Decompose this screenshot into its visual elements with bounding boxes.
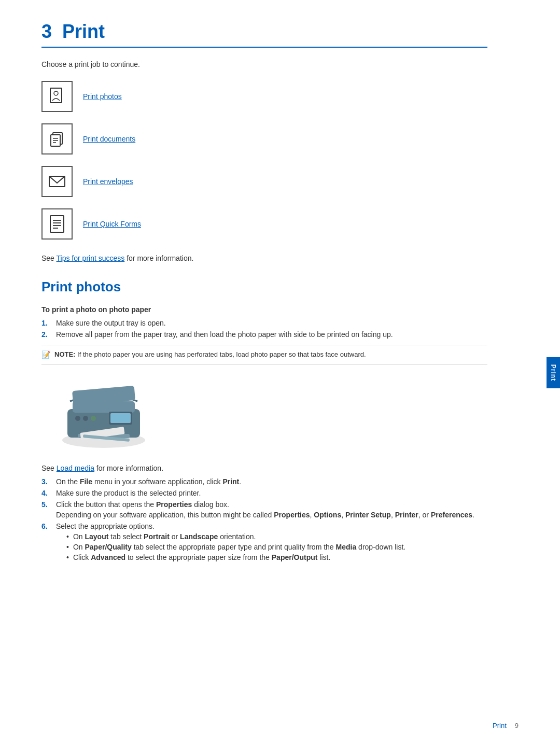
steps-list-continued: 3.On the File menu in your software appl… [41, 477, 487, 564]
load-media-suffix: for more information. [94, 464, 163, 472]
step-continued-2-number: 5. [41, 500, 56, 519]
svg-rect-20 [110, 413, 131, 423]
forms-icon [48, 215, 66, 233]
doc-icon [48, 130, 66, 148]
load-media-paragraph: See Load media for more information. [41, 464, 487, 472]
tips-for-print-success-link[interactable]: Tips for print success [57, 254, 125, 262]
print-quick-forms-item: Print Quick Forms [41, 208, 487, 240]
step-continued-1-content: Make sure the product is the selected pr… [56, 489, 201, 497]
bullet-3-1: •On Paper/Quality tab select the appropr… [66, 543, 405, 551]
step-continued-3: 6.Select the appropriate options.•On Lay… [41, 522, 487, 564]
chapter-heading: 3 Print [41, 21, 487, 48]
forms-icon-box [41, 208, 73, 240]
step-continued-0: 3.On the File menu in your software appl… [41, 477, 487, 486]
chapter-number: 3 [41, 21, 52, 43]
printer-image [52, 373, 156, 456]
note-text: NOTE: If the photo paper you are using h… [54, 350, 366, 358]
svg-point-1 [54, 91, 58, 95]
svg-point-21 [75, 416, 80, 421]
svg-rect-8 [50, 216, 64, 232]
load-media-prefix: See [41, 464, 57, 472]
print-documents-link[interactable]: Print documents [83, 135, 135, 143]
footer-page-number: 9 [515, 722, 519, 729]
step-continued-3-number: 6. [41, 522, 56, 564]
subsection-heading: To print a photo on photo paper [41, 305, 487, 314]
envelope-icon-box [41, 166, 73, 197]
print-envelopes-link[interactable]: Print envelopes [83, 177, 133, 186]
step-continued-2-content: Click the button that opens the Properti… [56, 500, 474, 519]
step-continued-0-number: 3. [41, 477, 56, 486]
print-photos-section-title: Print photos [41, 279, 487, 295]
step-continued-1-number: 4. [41, 489, 56, 497]
chapter-title: Print [62, 21, 105, 43]
footer-chapter-label: Print [493, 722, 507, 729]
note-label: NOTE: [54, 350, 75, 358]
step-continued-2: 5.Click the button that opens the Proper… [41, 500, 487, 519]
doc-icon-box [41, 123, 73, 154]
see-also-suffix: for more information. [124, 254, 193, 262]
icon-links-section: Print photos Print documents [41, 81, 487, 240]
see-also-prefix: See [41, 254, 57, 262]
step-2-number: 2. [41, 330, 56, 339]
svg-point-23 [91, 416, 96, 421]
step-continued-1: 4.Make sure the product is the selected … [41, 489, 487, 497]
intro-text: Choose a print job to continue. [41, 60, 487, 68]
svg-point-22 [83, 416, 88, 421]
print-photos-link[interactable]: Print photos [83, 92, 122, 101]
printer-svg [52, 373, 156, 456]
note-body: If the photo paper you are using has per… [75, 350, 366, 358]
bullet-3-2: •Click Advanced to select the appropriat… [66, 553, 405, 561]
print-photos-item: Print photos [41, 81, 487, 112]
step-continued-0-content: On the File menu in your software applic… [56, 477, 241, 486]
step-2-text: Remove all paper from the paper tray, an… [56, 330, 393, 339]
photo-icon-box [41, 81, 73, 112]
step-1-number: 1. [41, 319, 56, 327]
envelope-icon [48, 172, 66, 191]
sidebar-print-tab[interactable]: Print [547, 357, 560, 388]
steps-list-initial: 1. Make sure the output tray is open. 2.… [41, 319, 487, 339]
print-documents-item: Print documents [41, 123, 487, 154]
photo-icon [48, 87, 66, 106]
print-quick-forms-link[interactable]: Print Quick Forms [83, 220, 141, 228]
print-envelopes-item: Print envelopes [41, 166, 487, 197]
step-continued-3-content: Select the appropriate options.•On Layou… [56, 522, 405, 564]
step-2: 2. Remove all paper from the paper tray,… [41, 330, 487, 339]
page-footer: Print 9 [493, 722, 519, 729]
bullet-3-0: •On Layout tab select Portrait or Landsc… [66, 532, 405, 541]
see-also-paragraph: See Tips for print success for more info… [41, 254, 487, 262]
note-icon: 📝 [41, 350, 50, 359]
step-1-text: Make sure the output tray is open. [56, 319, 166, 327]
step-1: 1. Make sure the output tray is open. [41, 319, 487, 327]
note-box: 📝 NOTE: If the photo paper you are using… [41, 345, 487, 364]
load-media-link[interactable]: Load media [57, 464, 94, 472]
